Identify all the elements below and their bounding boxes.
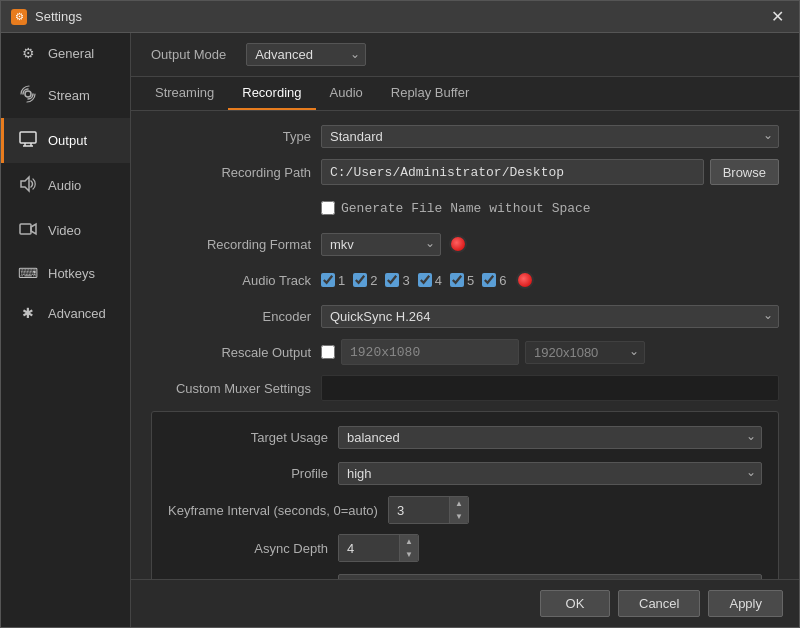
generate-filename-row: Generate File Name without Space [151,195,779,221]
rate-control-control: CBR VBR CQP [338,574,762,580]
sidebar-label-video: Video [48,223,81,238]
target-usage-select[interactable]: balanced quality speed [338,426,762,449]
rescale-row: Rescale Output 1920x1080 [151,339,779,365]
profile-label: Profile [168,466,338,481]
audio-icon [18,175,38,196]
recording-format-select[interactable]: mkv mp4 flv ts [321,233,441,256]
tab-audio[interactable]: Audio [316,77,377,110]
output-mode-label: Output Mode [151,47,236,62]
bottom-bar: OK Cancel Apply [131,579,799,627]
profile-select[interactable]: high main baseline [338,462,762,485]
sidebar-label-general: General [48,46,94,61]
track-checkbox-6[interactable] [482,273,496,287]
target-usage-label: Target Usage [168,430,338,445]
rescale-control: 1920x1080 [321,339,779,365]
sidebar: ⚙ General Stream [1,33,131,627]
rescale-checkbox[interactable] [321,345,335,359]
muxer-control [321,375,779,401]
track-checkbox-1[interactable] [321,273,335,287]
cancel-button[interactable]: Cancel [618,590,700,617]
track-checkbox-5[interactable] [450,273,464,287]
async-depth-down[interactable]: ▼ [400,548,418,561]
close-button[interactable]: ✕ [765,5,789,29]
type-row: Type Standard Custom FFmpeg Recording [151,123,779,149]
sidebar-label-stream: Stream [48,88,90,103]
keyframe-row: Keyframe Interval (seconds, 0=auto) ▲ ▼ [168,496,762,524]
audio-track-row: Audio Track 1 2 [151,267,779,293]
encoder-select-wrapper: QuickSync H.264 x264 NVENC H.264 [321,305,779,328]
track-checkbox-3[interactable] [385,273,399,287]
rate-control-row: Rate Control CBR VBR CQP [168,572,762,579]
audio-tracks-group: 1 2 3 4 [321,271,534,289]
svg-rect-1 [20,132,36,143]
track-label-3: 3 [402,273,409,288]
output-mode-select[interactable]: Advanced Simple [246,43,366,66]
async-depth-row: Async Depth ▲ ▼ [168,534,762,562]
profile-select-wrapper: high main baseline [338,462,762,485]
keyframe-down[interactable]: ▼ [450,510,468,523]
stream-icon [18,85,38,106]
track-label-5: 5 [467,273,474,288]
track-label-4: 4 [435,273,442,288]
target-usage-row: Target Usage balanced quality speed [168,424,762,450]
svg-point-0 [25,91,31,97]
sidebar-label-advanced: Advanced [48,306,106,321]
rescale-value-input [341,339,519,365]
apply-button[interactable]: Apply [708,590,783,617]
encoder-control: QuickSync H.264 x264 NVENC H.264 [321,305,779,328]
sidebar-label-hotkeys: Hotkeys [48,266,95,281]
recording-format-row: Recording Format mkv mp4 flv ts [151,231,779,257]
keyframe-up[interactable]: ▲ [450,497,468,510]
track-label-2: 2 [370,273,377,288]
tab-recording[interactable]: Recording [228,77,315,110]
hotkeys-icon: ⌨ [18,265,38,281]
async-depth-value[interactable] [339,535,399,561]
track-label-6: 6 [499,273,506,288]
generate-filename-checkbox[interactable] [321,201,335,215]
sidebar-item-hotkeys[interactable]: ⌨ Hotkeys [1,253,130,293]
keyframe-label: Keyframe Interval (seconds, 0=auto) [168,503,388,518]
tab-replay-buffer[interactable]: Replay Buffer [377,77,484,110]
sidebar-item-video[interactable]: Video [1,208,130,253]
rescale-select-wrapper: 1920x1080 [525,341,645,364]
audio-track-control: 1 2 3 4 [321,271,779,289]
rescale-label: Rescale Output [151,345,321,360]
main-panel: Output Mode Advanced Simple Streaming Re… [131,33,799,627]
recording-path-input[interactable] [321,159,704,185]
profile-row: Profile high main baseline [168,460,762,486]
general-icon: ⚙ [18,45,38,61]
encoder-label: Encoder [151,309,321,324]
cursor-indicator-2 [516,271,534,289]
sidebar-item-general[interactable]: ⚙ General [1,33,130,73]
rate-control-select[interactable]: CBR VBR CQP [338,574,762,580]
ok-button[interactable]: OK [540,590,610,617]
sidebar-item-output[interactable]: Output [1,118,130,163]
rate-control-select-wrapper: CBR VBR CQP [338,574,762,580]
profile-control: high main baseline [338,462,762,485]
form-area: Type Standard Custom FFmpeg Recording Re… [131,111,799,579]
tabs-bar: Streaming Recording Audio Replay Buffer [131,77,799,111]
async-depth-up[interactable]: ▲ [400,535,418,548]
type-select-wrapper: Standard Custom FFmpeg Recording [321,125,779,148]
track-checkbox-4[interactable] [418,273,432,287]
browse-button[interactable]: Browse [710,159,779,185]
recording-path-label: Recording Path [151,165,321,180]
type-label: Type [151,129,321,144]
sidebar-item-stream[interactable]: Stream [1,73,130,118]
window-title: Settings [35,9,765,24]
muxer-row: Custom Muxer Settings [151,375,779,401]
type-select[interactable]: Standard Custom FFmpeg Recording [321,125,779,148]
tab-streaming[interactable]: Streaming [141,77,228,110]
sidebar-item-audio[interactable]: Audio [1,163,130,208]
encoder-select[interactable]: QuickSync H.264 x264 NVENC H.264 [321,305,779,328]
muxer-input[interactable] [321,375,779,401]
keyframe-value[interactable] [389,497,449,523]
svg-rect-6 [20,224,31,234]
audio-track-label: Audio Track [151,273,321,288]
track-item-3: 3 [385,273,409,288]
track-checkbox-2[interactable] [353,273,367,287]
sidebar-item-advanced[interactable]: ✱ Advanced [1,293,130,333]
generate-filename-control: Generate File Name without Space [321,201,779,216]
sidebar-label-output: Output [48,133,87,148]
titlebar: ⚙ Settings ✕ [1,1,799,33]
